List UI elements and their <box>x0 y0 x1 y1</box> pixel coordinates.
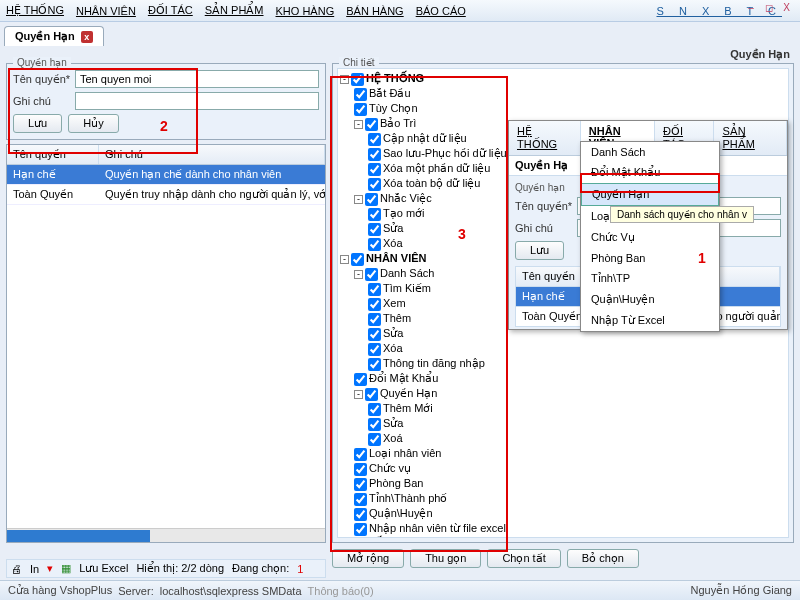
table-row[interactable]: Hạn chếQuyền hạn chế dành cho nhân viên <box>7 165 325 185</box>
menu-sanpham[interactable]: SẢN PHẨM <box>205 4 264 17</box>
notify-label[interactable]: Thông báo(0) <box>308 585 374 597</box>
print-label[interactable]: In <box>30 563 39 575</box>
tree-node[interactable]: Xoá <box>340 431 786 446</box>
dropdown-item[interactable]: Quyền Hạn <box>581 183 719 206</box>
nhanvien-dropdown[interactable]: Danh SáchĐổi Mật KhẩuQuyền HạnLoại Nhân … <box>580 141 720 332</box>
tree-checkbox[interactable] <box>368 148 381 161</box>
page-title: Quyền Hạn <box>0 46 800 63</box>
tree-checkbox[interactable] <box>368 328 381 341</box>
h-scrollbar[interactable] <box>7 528 325 542</box>
tree-checkbox[interactable] <box>368 283 381 296</box>
tree-node[interactable]: Thêm Mới <box>340 401 786 416</box>
menu-banhang[interactable]: BÁN HÀNG <box>346 5 403 17</box>
tree-node[interactable]: Nhập nhân viên từ file excel <box>340 521 786 536</box>
input-tenquyen[interactable] <box>75 70 319 88</box>
menu-doitac[interactable]: ĐỐI TÁC <box>148 4 193 17</box>
tree-node[interactable]: Quận\Huyện <box>340 506 786 521</box>
label-ghichu: Ghi chú <box>13 95 75 107</box>
menu-nhanvien[interactable]: NHÂN VIÊN <box>76 5 136 17</box>
tree-node[interactable]: Loại nhân viên <box>340 446 786 461</box>
tree-checkbox[interactable] <box>365 268 378 281</box>
tree-checkbox[interactable] <box>354 523 367 536</box>
tree-node[interactable]: Phòng Ban <box>340 476 786 491</box>
tree-checkbox[interactable] <box>368 163 381 176</box>
tree-checkbox[interactable] <box>354 493 367 506</box>
main-menu: HỆ THỐNG NHÂN VIÊN ĐỐI TÁC SẢN PHẨM KHO … <box>0 0 800 22</box>
tree-checkbox[interactable] <box>368 358 381 371</box>
current-user: Nguyễn Hồng Giang <box>691 584 792 597</box>
toggle-icon[interactable]: - <box>354 195 363 204</box>
tree-checkbox[interactable] <box>354 448 367 461</box>
form-legend: Quyền hạn <box>13 57 71 68</box>
tree-checkbox[interactable] <box>351 73 364 86</box>
ov-save-button[interactable]: Lưu <box>515 241 564 260</box>
menu-khohang[interactable]: KHO HÀNG <box>276 5 335 17</box>
col-ghichu[interactable]: Ghi chú <box>99 145 325 164</box>
toggle-icon[interactable]: - <box>340 75 349 84</box>
tree-node[interactable]: Chức vụ <box>340 461 786 476</box>
tree-checkbox[interactable] <box>354 478 367 491</box>
menu-baocao[interactable]: BÁO CÁO <box>416 5 466 17</box>
tree-checkbox[interactable] <box>368 238 381 251</box>
toggle-icon[interactable]: - <box>354 390 363 399</box>
menu-hethong[interactable]: HỆ THỐNG <box>6 4 64 17</box>
dropdown-item[interactable]: Đổi Mật Khẩu <box>581 162 719 183</box>
tree-checkbox[interactable] <box>354 88 367 101</box>
save-button[interactable]: Lưu <box>13 114 62 133</box>
tree-checkbox[interactable] <box>351 253 364 266</box>
tree-node[interactable]: -HỆ THỐNG <box>340 71 786 86</box>
tree-checkbox[interactable] <box>368 298 381 311</box>
tree-checkbox[interactable] <box>365 118 378 131</box>
tree-checkbox[interactable] <box>365 388 378 401</box>
excel-label[interactable]: Lưu Excel <box>79 562 128 575</box>
dropdown-item[interactable]: Danh Sách <box>581 142 719 162</box>
toggle-icon[interactable]: - <box>354 270 363 279</box>
tree-node[interactable]: Xóa <box>340 341 786 356</box>
tree-node[interactable]: Sửa <box>340 416 786 431</box>
tree-checkbox[interactable] <box>368 313 381 326</box>
excel-icon[interactable]: ▦ <box>61 562 71 575</box>
dropdown-item[interactable]: Quận\Huyện <box>581 289 719 310</box>
collapse-button[interactable]: Thu gọn <box>410 549 481 568</box>
tree-checkbox[interactable] <box>365 193 378 206</box>
tab-quyenhan[interactable]: Quyền Hạn x <box>4 26 104 46</box>
close-icon[interactable]: x <box>81 31 93 43</box>
ov-col-name[interactable]: Tên quyền <box>516 267 586 286</box>
tree-checkbox[interactable] <box>368 403 381 416</box>
input-ghichu[interactable] <box>75 92 319 110</box>
table-row[interactable]: Toàn QuyềnQuyền truy nhập dành cho người… <box>7 185 325 205</box>
tree-checkbox[interactable] <box>368 133 381 146</box>
toggle-icon[interactable]: - <box>354 120 363 129</box>
window-controls[interactable]: – ◻ X <box>748 2 794 13</box>
tree-checkbox[interactable] <box>368 178 381 191</box>
tree-checkbox[interactable] <box>368 433 381 446</box>
ov-tab-hethong[interactable]: HỆ THỐNG <box>509 121 581 155</box>
selectall-button[interactable]: Chọn tất <box>487 549 560 568</box>
tree-checkbox[interactable] <box>368 418 381 431</box>
tree-checkbox[interactable] <box>368 223 381 236</box>
tree-node[interactable]: -Quyền Hạn <box>340 386 786 401</box>
cancel-button[interactable]: Hủy <box>68 114 118 133</box>
tree-checkbox[interactable] <box>368 208 381 221</box>
print-icon[interactable]: 🖨 <box>11 563 22 575</box>
dropdown-item[interactable]: Tỉnh\TP <box>581 268 719 289</box>
tree-node[interactable]: Đổi Mật Khẩu <box>340 371 786 386</box>
tree-node[interactable]: Thông tin đăng nhập <box>340 356 786 371</box>
dropdown-item[interactable]: Nhập Từ Excel <box>581 310 719 331</box>
tree-checkbox[interactable] <box>354 373 367 386</box>
expand-button[interactable]: Mở rộng <box>332 549 404 568</box>
deselect-button[interactable]: Bỏ chọn <box>567 549 639 568</box>
ov-tab-sanpham[interactable]: SẢN PHẨM <box>714 121 787 155</box>
col-tenquyen[interactable]: Tên quyền <box>7 145 99 164</box>
tree-checkbox[interactable] <box>354 463 367 476</box>
tree-node[interactable]: Tùy Chọn <box>340 101 786 116</box>
tree-node[interactable]: -ĐỐI TÁC <box>340 536 786 538</box>
tree-node[interactable]: Tỉnh\Thành phố <box>340 491 786 506</box>
tree-checkbox[interactable] <box>354 103 367 116</box>
toggle-icon[interactable]: - <box>340 255 349 264</box>
tree-checkbox[interactable] <box>368 343 381 356</box>
dropdown-item[interactable]: Chức Vụ <box>581 227 719 248</box>
server-label: Server: <box>118 585 153 597</box>
tree-checkbox[interactable] <box>354 508 367 521</box>
tree-node[interactable]: Bắt Đầu <box>340 86 786 101</box>
